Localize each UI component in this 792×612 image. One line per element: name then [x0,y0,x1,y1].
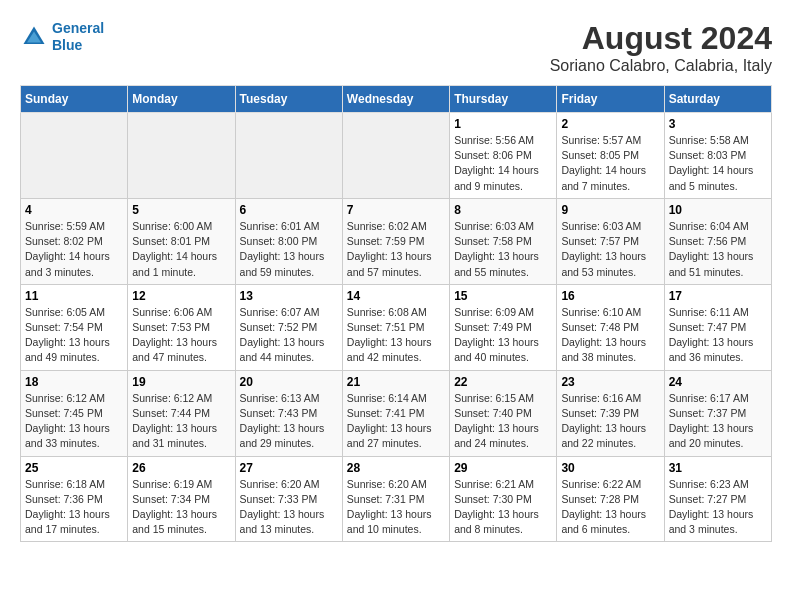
day-detail: Sunrise: 6:22 AM Sunset: 7:28 PM Dayligh… [561,477,659,538]
day-detail: Sunrise: 6:15 AM Sunset: 7:40 PM Dayligh… [454,391,552,452]
day-number: 30 [561,461,659,475]
day-detail: Sunrise: 6:21 AM Sunset: 7:30 PM Dayligh… [454,477,552,538]
calendar-cell: 26Sunrise: 6:19 AM Sunset: 7:34 PM Dayli… [128,456,235,542]
day-detail: Sunrise: 6:13 AM Sunset: 7:43 PM Dayligh… [240,391,338,452]
day-detail: Sunrise: 6:12 AM Sunset: 7:45 PM Dayligh… [25,391,123,452]
day-number: 11 [25,289,123,303]
logo-text: General Blue [52,20,104,54]
calendar-cell: 3Sunrise: 5:58 AM Sunset: 8:03 PM Daylig… [664,113,771,199]
day-header-thursday: Thursday [450,86,557,113]
day-number: 14 [347,289,445,303]
calendar-week-row: 1Sunrise: 5:56 AM Sunset: 8:06 PM Daylig… [21,113,772,199]
day-number: 24 [669,375,767,389]
day-detail: Sunrise: 6:14 AM Sunset: 7:41 PM Dayligh… [347,391,445,452]
calendar-cell: 23Sunrise: 6:16 AM Sunset: 7:39 PM Dayli… [557,370,664,456]
day-number: 8 [454,203,552,217]
day-number: 25 [25,461,123,475]
calendar-cell: 12Sunrise: 6:06 AM Sunset: 7:53 PM Dayli… [128,284,235,370]
day-detail: Sunrise: 5:58 AM Sunset: 8:03 PM Dayligh… [669,133,767,194]
day-detail: Sunrise: 6:20 AM Sunset: 7:31 PM Dayligh… [347,477,445,538]
day-detail: Sunrise: 6:04 AM Sunset: 7:56 PM Dayligh… [669,219,767,280]
day-number: 1 [454,117,552,131]
day-number: 22 [454,375,552,389]
day-number: 31 [669,461,767,475]
logo-icon [20,23,48,51]
calendar-cell: 24Sunrise: 6:17 AM Sunset: 7:37 PM Dayli… [664,370,771,456]
calendar-cell: 16Sunrise: 6:10 AM Sunset: 7:48 PM Dayli… [557,284,664,370]
calendar-cell: 28Sunrise: 6:20 AM Sunset: 7:31 PM Dayli… [342,456,449,542]
day-detail: Sunrise: 5:59 AM Sunset: 8:02 PM Dayligh… [25,219,123,280]
day-number: 26 [132,461,230,475]
day-number: 9 [561,203,659,217]
day-number: 3 [669,117,767,131]
day-detail: Sunrise: 6:09 AM Sunset: 7:49 PM Dayligh… [454,305,552,366]
day-number: 18 [25,375,123,389]
calendar-header-row: SundayMondayTuesdayWednesdayThursdayFrid… [21,86,772,113]
day-detail: Sunrise: 6:05 AM Sunset: 7:54 PM Dayligh… [25,305,123,366]
day-detail: Sunrise: 6:01 AM Sunset: 8:00 PM Dayligh… [240,219,338,280]
calendar-cell: 29Sunrise: 6:21 AM Sunset: 7:30 PM Dayli… [450,456,557,542]
day-number: 28 [347,461,445,475]
calendar-cell: 10Sunrise: 6:04 AM Sunset: 7:56 PM Dayli… [664,198,771,284]
day-header-sunday: Sunday [21,86,128,113]
calendar-week-row: 18Sunrise: 6:12 AM Sunset: 7:45 PM Dayli… [21,370,772,456]
logo: General Blue [20,20,104,54]
day-number: 16 [561,289,659,303]
day-detail: Sunrise: 6:12 AM Sunset: 7:44 PM Dayligh… [132,391,230,452]
day-detail: Sunrise: 6:00 AM Sunset: 8:01 PM Dayligh… [132,219,230,280]
day-detail: Sunrise: 6:11 AM Sunset: 7:47 PM Dayligh… [669,305,767,366]
calendar-cell: 18Sunrise: 6:12 AM Sunset: 7:45 PM Dayli… [21,370,128,456]
day-detail: Sunrise: 6:18 AM Sunset: 7:36 PM Dayligh… [25,477,123,538]
day-header-wednesday: Wednesday [342,86,449,113]
day-number: 2 [561,117,659,131]
calendar-cell: 4Sunrise: 5:59 AM Sunset: 8:02 PM Daylig… [21,198,128,284]
day-number: 6 [240,203,338,217]
calendar-cell: 13Sunrise: 6:07 AM Sunset: 7:52 PM Dayli… [235,284,342,370]
calendar-cell: 15Sunrise: 6:09 AM Sunset: 7:49 PM Dayli… [450,284,557,370]
day-detail: Sunrise: 6:10 AM Sunset: 7:48 PM Dayligh… [561,305,659,366]
calendar-cell: 31Sunrise: 6:23 AM Sunset: 7:27 PM Dayli… [664,456,771,542]
calendar-cell [21,113,128,199]
day-number: 21 [347,375,445,389]
page-subtitle: Soriano Calabro, Calabria, Italy [550,57,772,75]
day-detail: Sunrise: 6:17 AM Sunset: 7:37 PM Dayligh… [669,391,767,452]
day-detail: Sunrise: 6:19 AM Sunset: 7:34 PM Dayligh… [132,477,230,538]
day-detail: Sunrise: 6:03 AM Sunset: 7:58 PM Dayligh… [454,219,552,280]
calendar-cell: 22Sunrise: 6:15 AM Sunset: 7:40 PM Dayli… [450,370,557,456]
calendar-cell: 9Sunrise: 6:03 AM Sunset: 7:57 PM Daylig… [557,198,664,284]
calendar-cell [128,113,235,199]
calendar-cell: 17Sunrise: 6:11 AM Sunset: 7:47 PM Dayli… [664,284,771,370]
calendar-cell: 14Sunrise: 6:08 AM Sunset: 7:51 PM Dayli… [342,284,449,370]
day-number: 23 [561,375,659,389]
calendar-cell [342,113,449,199]
day-header-monday: Monday [128,86,235,113]
calendar-cell: 6Sunrise: 6:01 AM Sunset: 8:00 PM Daylig… [235,198,342,284]
calendar-table: SundayMondayTuesdayWednesdayThursdayFrid… [20,85,772,542]
day-detail: Sunrise: 6:06 AM Sunset: 7:53 PM Dayligh… [132,305,230,366]
day-number: 15 [454,289,552,303]
day-number: 4 [25,203,123,217]
day-number: 19 [132,375,230,389]
day-detail: Sunrise: 6:02 AM Sunset: 7:59 PM Dayligh… [347,219,445,280]
calendar-cell: 21Sunrise: 6:14 AM Sunset: 7:41 PM Dayli… [342,370,449,456]
day-number: 27 [240,461,338,475]
day-header-tuesday: Tuesday [235,86,342,113]
day-number: 7 [347,203,445,217]
day-number: 17 [669,289,767,303]
day-number: 5 [132,203,230,217]
calendar-cell: 27Sunrise: 6:20 AM Sunset: 7:33 PM Dayli… [235,456,342,542]
calendar-cell: 25Sunrise: 6:18 AM Sunset: 7:36 PM Dayli… [21,456,128,542]
calendar-cell: 11Sunrise: 6:05 AM Sunset: 7:54 PM Dayli… [21,284,128,370]
page-title: August 2024 [550,20,772,57]
day-header-friday: Friday [557,86,664,113]
day-detail: Sunrise: 6:16 AM Sunset: 7:39 PM Dayligh… [561,391,659,452]
calendar-cell: 2Sunrise: 5:57 AM Sunset: 8:05 PM Daylig… [557,113,664,199]
day-number: 13 [240,289,338,303]
day-detail: Sunrise: 6:08 AM Sunset: 7:51 PM Dayligh… [347,305,445,366]
calendar-cell: 20Sunrise: 6:13 AM Sunset: 7:43 PM Dayli… [235,370,342,456]
day-number: 10 [669,203,767,217]
day-detail: Sunrise: 6:20 AM Sunset: 7:33 PM Dayligh… [240,477,338,538]
calendar-cell: 5Sunrise: 6:00 AM Sunset: 8:01 PM Daylig… [128,198,235,284]
calendar-cell [235,113,342,199]
title-block: August 2024 Soriano Calabro, Calabria, I… [550,20,772,75]
